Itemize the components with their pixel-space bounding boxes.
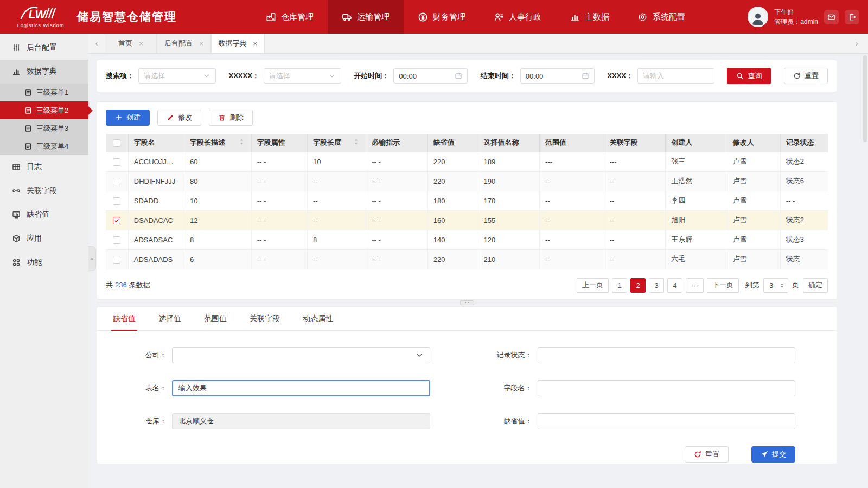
sidebar-item-label: 三级菜单4 [36,142,68,151]
row-checkbox[interactable] [113,197,120,205]
row-checkbox[interactable] [113,236,120,244]
query-button[interactable]: 查询 [727,68,771,84]
pagination-ellipsis[interactable]: ··· [686,278,704,293]
sidebar-item-functions[interactable]: 功能 [0,251,88,274]
detail-tab-select-value[interactable]: 选择值 [147,307,193,330]
pagination-prev[interactable]: 上一页 [577,278,609,293]
table-cell: ACCUOJJDJN [128,152,184,171]
field-name-field: 字段名： [469,380,796,396]
row-checkbox[interactable] [113,178,120,185]
tab-close-icon[interactable]: × [253,40,258,48]
record-status-input[interactable] [538,347,796,363]
tab-scroll-left[interactable]: ‹ [88,34,105,53]
table-cell: 卢雪 [727,191,780,210]
table-cell: 8 [307,230,366,249]
submit-button[interactable]: 提交 [751,446,795,463]
pagination: 上一页 1234 ··· 下一页 到第 3 页 确定 [577,278,828,293]
nav-item-finance[interactable]: 财务管理 [404,0,480,34]
pagination-page-4[interactable]: 4 [667,278,682,293]
trash-icon [218,114,226,121]
default-value-field: 缺省值： [469,413,796,429]
modify-button[interactable]: 修改 [157,110,201,126]
tab-close-icon[interactable]: × [139,40,143,48]
pagination-page-3[interactable]: 3 [649,278,664,293]
detail-tab-dynamic-attr[interactable]: 动态属性 [291,307,344,330]
sidebar-item-logs[interactable]: 日志 [0,155,88,179]
detail-reset-button[interactable]: 重置 [685,446,729,463]
company-select[interactable] [172,347,430,363]
detail-tab-range-value[interactable]: 范围值 [193,307,238,330]
tab-close-icon[interactable]: × [199,40,203,48]
filter-reset-button[interactable]: 重置 [784,68,828,84]
column-header: 字段名 [128,134,184,152]
table-row[interactable]: ADSADADS6-- ----- -220210----六毛卢雪状态 [106,249,828,269]
delete-button[interactable]: 删除 [209,110,253,126]
xxxx-input[interactable]: 请输入 [637,68,714,84]
table-row[interactable]: SDADD10-- ----- -180170----李四卢雪-- - [106,191,828,210]
sidebar-item-default-values[interactable]: 缺省值 [0,203,88,227]
content-area: 搜索项： 请选择 XXXXX： 请选择 开始时间： 0 [88,54,868,488]
start-time-input[interactable]: 00:00 [393,68,468,84]
pagination-page-1[interactable]: 1 [612,278,627,293]
sidebar-item-related-fields[interactable]: 关联字段 [0,179,88,203]
app-title: 储易智慧仓储管理 [77,9,177,24]
row-checkbox[interactable] [113,256,120,264]
table-cell: -- - [366,152,427,171]
sort-button[interactable] [352,138,360,147]
sidebar-item-submenu-2[interactable]: 三级菜单2 [0,101,88,119]
chevron-down-icon [415,351,424,359]
column-header[interactable]: 字段长度 [307,134,366,152]
table-cell: 220 [427,152,478,171]
nav-item-transport[interactable]: 运输管理 [328,0,404,34]
nav-item-label: 系统配置 [653,12,685,22]
nav-item-hr[interactable]: 人事行政 [480,0,556,34]
nav-item-warehouse[interactable]: 仓库管理 [252,0,328,34]
tab-data-dictionary[interactable]: 数据字典× [211,34,265,53]
default-value-input[interactable] [538,413,796,429]
scrollbar-thumb[interactable] [863,55,867,142]
tab-home[interactable]: 首页× [105,34,157,53]
goto-page-input[interactable]: 3 [763,278,788,293]
sidebar-item-applications[interactable]: 应用 [0,227,88,251]
row-checkbox[interactable] [113,217,120,224]
table-row[interactable]: ADSADSAC8-- -8-- -140120----王东辉卢雪状态3 [106,230,828,249]
avatar[interactable] [748,7,768,27]
table-cell: -- - [366,249,427,269]
table-row[interactable]: DHDIFNFJJJ80-- ----- -220190----王浩然卢雪状态6 [106,171,828,191]
table-row[interactable]: ACCUOJJDJN60-- -10-- -220189------张三卢雪状态… [106,152,828,171]
pagination-next[interactable]: 下一页 [707,278,739,293]
sort-button[interactable] [238,138,246,147]
sidebar-item-submenu-4[interactable]: 三级菜单4 [0,137,88,155]
table-cell: -- - [251,152,307,171]
goto-confirm-button[interactable]: 确定 [803,278,828,293]
create-button[interactable]: 创建 [106,110,150,126]
pencil-icon [167,114,174,121]
nav-item-system-config[interactable]: 系统配置 [623,0,699,34]
row-checkbox[interactable] [113,158,120,166]
select-all-checkbox[interactable] [113,139,120,147]
table-row[interactable]: DSADACAC12-- ----- -160155----旭阳卢雪状态2 [106,210,828,230]
splitter-drag-handle[interactable] [460,300,474,305]
filter-end-time: 结束时间： 00:00 [481,68,595,84]
mail-button[interactable] [824,10,839,24]
end-time-input[interactable]: 00:00 [520,68,595,84]
logout-button[interactable] [845,10,859,24]
field-name-input[interactable] [538,380,796,396]
sidebar-item-data-dictionary[interactable]: 数据字典 [0,60,88,84]
tab-backend-config[interactable]: 后台配置× [157,34,211,53]
detail-tab-default-value[interactable]: 缺省值 [101,307,147,330]
sidebar-item-backend-config[interactable]: 后台配置 [0,36,88,60]
sidebar-item-submenu-1[interactable]: 三级菜单1 [0,84,88,101]
xxxxx-select[interactable]: 请选择 [264,68,341,84]
sidebar-item-submenu-3[interactable]: 三级菜单3 [0,119,88,137]
tab-scroll-right[interactable]: › [848,34,865,53]
table-name-input[interactable]: 输入效果 [172,380,430,396]
filter-label: 开始时间： [354,71,389,81]
pagination-page-2[interactable]: 2 [630,278,646,293]
nav-item-master-data[interactable]: 主数据 [556,0,623,34]
detail-tab-related-field[interactable]: 关联字段 [238,307,291,330]
column-header[interactable]: 字段长描述 [184,134,251,152]
search-item-select[interactable]: 请选择 [138,68,216,84]
sidebar-collapse-handle[interactable]: « [88,246,96,271]
table-cell: DSADACAC [128,210,184,230]
